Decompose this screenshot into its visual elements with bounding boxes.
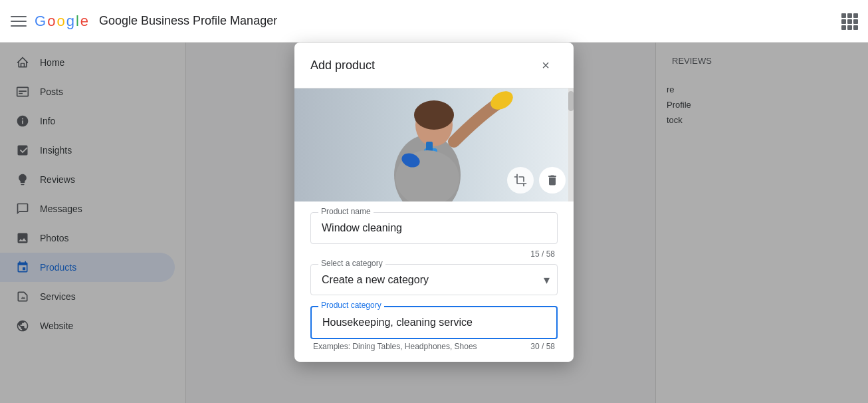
product-category-input[interactable] — [310, 306, 558, 339]
image-scroll-bar — [568, 88, 574, 202]
category-select[interactable]: Create a new category — [310, 264, 558, 295]
product-category-group: Product category — [310, 306, 558, 339]
product-name-char-count: 15 / 58 — [310, 249, 558, 259]
top-bar: G o o g l e Google Business Profile Mana… — [0, 0, 868, 43]
logo-o1: o — [47, 13, 55, 30]
category-examples: Examples: Dining Tables, Headphones, Sho… — [313, 342, 477, 351]
select-category-label: Select a category — [318, 259, 385, 268]
logo-g: G — [35, 13, 46, 30]
add-product-modal: Add product × — [294, 43, 574, 362]
select-category-group: Select a category Create a new category … — [310, 264, 558, 295]
svg-rect-7 — [426, 142, 433, 152]
apps-grid-icon[interactable] — [841, 13, 857, 29]
product-name-group: Product name — [310, 212, 558, 244]
product-name-input[interactable] — [310, 212, 558, 244]
image-scroll-thumb — [568, 91, 574, 111]
modal-close-button[interactable]: × — [534, 53, 558, 77]
modal-title: Add product — [310, 59, 375, 72]
category-char-count: 30 / 58 — [530, 342, 555, 351]
logo-g2: g — [66, 13, 74, 30]
delete-image-button[interactable] — [539, 167, 566, 194]
modal-body: Product name 15 / 58 Select a category C… — [294, 88, 574, 362]
form-section: Product name 15 / 58 Select a category C… — [294, 202, 574, 362]
crop-image-button[interactable] — [507, 167, 534, 194]
modal-header: Add product × — [294, 43, 574, 88]
svg-point-4 — [414, 100, 454, 130]
app-title: Google Business Profile Manager — [99, 14, 277, 28]
google-logo: G o o g l e — [35, 13, 88, 30]
category-hint: Examples: Dining Tables, Headphones, Sho… — [310, 342, 558, 351]
menu-icon[interactable] — [11, 13, 27, 29]
product-image-area — [294, 88, 574, 202]
image-actions — [507, 167, 566, 194]
product-category-label: Product category — [318, 301, 384, 310]
logo-l: l — [76, 13, 79, 30]
modal-backdrop: Add product × — [0, 43, 868, 403]
product-name-label: Product name — [318, 207, 374, 216]
logo-e: e — [80, 13, 88, 30]
logo-o2: o — [56, 13, 64, 30]
top-bar-left: G o o g l e Google Business Profile Mana… — [11, 13, 277, 30]
